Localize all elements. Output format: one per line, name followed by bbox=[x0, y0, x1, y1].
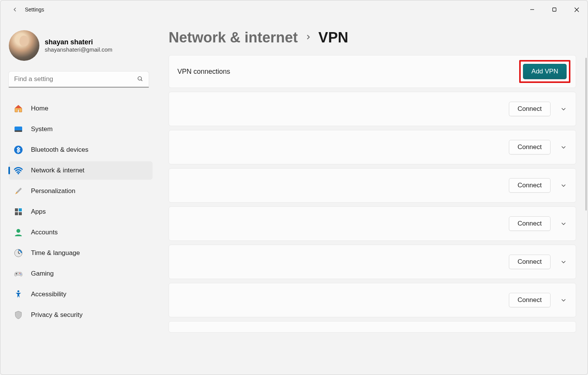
wifi-icon bbox=[13, 166, 23, 175]
svg-point-19 bbox=[20, 274, 21, 274]
search-wrap bbox=[9, 71, 149, 88]
svg-rect-11 bbox=[19, 208, 22, 211]
svg-point-9 bbox=[18, 173, 19, 174]
sidebar-item-gaming[interactable]: Gaming bbox=[9, 265, 153, 283]
system-icon bbox=[13, 124, 23, 134]
clock-globe-icon bbox=[13, 248, 23, 258]
chevron-down-icon bbox=[560, 221, 567, 227]
sidebar-item-network[interactable]: Network & internet bbox=[9, 161, 153, 180]
sidebar-item-label: Gaming bbox=[31, 270, 54, 278]
apps-icon bbox=[13, 207, 23, 217]
breadcrumb-current: VPN bbox=[318, 29, 348, 46]
svg-point-14 bbox=[16, 229, 20, 233]
close-button[interactable] bbox=[565, 0, 588, 19]
sidebar-item-home[interactable]: Home bbox=[9, 99, 153, 118]
connect-button[interactable]: Connect bbox=[509, 216, 551, 231]
sidebar-item-label: Network & internet bbox=[31, 167, 84, 174]
sidebar-item-label: Bluetooth & devices bbox=[31, 146, 88, 154]
sidebar-item-label: Accounts bbox=[31, 229, 58, 236]
sidebar-item-label: Time & language bbox=[31, 249, 80, 257]
close-icon bbox=[574, 7, 579, 12]
sidebar-item-time[interactable]: Time & language bbox=[9, 244, 153, 262]
minimize-icon bbox=[530, 7, 534, 12]
vpn-row[interactable]: Connect bbox=[169, 130, 576, 164]
svg-rect-10 bbox=[15, 208, 18, 211]
search-icon bbox=[137, 76, 143, 84]
back-arrow-icon bbox=[11, 6, 18, 13]
expand-chevron[interactable] bbox=[560, 259, 567, 265]
chevron-down-icon bbox=[560, 259, 567, 265]
person-icon bbox=[13, 227, 23, 237]
titlebar: Settings bbox=[0, 0, 588, 19]
svg-point-18 bbox=[19, 273, 20, 274]
vpn-row[interactable]: Connect bbox=[169, 92, 576, 126]
breadcrumb-parent[interactable]: Network & internet bbox=[169, 29, 298, 46]
sidebar-item-apps[interactable]: Apps bbox=[9, 203, 153, 221]
svg-rect-7 bbox=[15, 130, 22, 132]
svg-rect-12 bbox=[15, 212, 18, 215]
profile-block[interactable]: shayan shateri shayanshateri@gmail.com bbox=[9, 30, 153, 61]
sidebar-nav: Home System Bluetooth & devices bbox=[9, 98, 153, 325]
chevron-down-icon bbox=[560, 144, 567, 150]
profile-text: shayan shateri shayanshateri@gmail.com bbox=[45, 38, 112, 53]
sidebar-item-label: Privacy & security bbox=[31, 311, 83, 319]
sidebar-item-accounts[interactable]: Accounts bbox=[9, 223, 153, 242]
maximize-button[interactable] bbox=[543, 0, 565, 19]
connect-button[interactable]: Connect bbox=[509, 293, 551, 307]
accessibility-icon bbox=[13, 289, 23, 299]
vpn-row[interactable]: Connect bbox=[169, 206, 576, 241]
window-body: shayan shateri shayanshateri@gmail.com H… bbox=[0, 19, 588, 375]
vpn-row[interactable]: Connect bbox=[169, 168, 576, 203]
scrollbar[interactable] bbox=[585, 58, 587, 211]
svg-point-4 bbox=[138, 76, 141, 80]
minimize-button[interactable] bbox=[521, 0, 543, 19]
add-vpn-button[interactable]: Add VPN bbox=[523, 64, 567, 79]
expand-chevron[interactable] bbox=[560, 182, 567, 188]
sidebar-item-label: System bbox=[31, 125, 53, 133]
expand-chevron[interactable] bbox=[560, 221, 567, 227]
sidebar-item-privacy[interactable]: Privacy & security bbox=[9, 306, 153, 324]
search-input[interactable] bbox=[9, 71, 149, 88]
svg-line-5 bbox=[141, 80, 142, 81]
gamepad-icon bbox=[13, 269, 23, 279]
connect-button[interactable]: Connect bbox=[509, 178, 551, 193]
connect-button[interactable]: Connect bbox=[509, 255, 551, 269]
sidebar-item-label: Personalization bbox=[31, 187, 75, 195]
sidebar-item-label: Home bbox=[31, 105, 48, 112]
chevron-down-icon bbox=[560, 297, 567, 303]
expand-chevron[interactable] bbox=[560, 106, 567, 112]
svg-point-22 bbox=[18, 291, 19, 292]
vpn-row[interactable]: Connect bbox=[169, 283, 576, 317]
vpn-connections-title: VPN connections bbox=[177, 68, 230, 76]
bluetooth-icon bbox=[13, 145, 23, 155]
sidebar-item-label: Accessibility bbox=[31, 291, 67, 298]
sidebar-item-personalization[interactable]: Personalization bbox=[9, 182, 153, 200]
shield-icon bbox=[13, 310, 23, 320]
connect-button[interactable]: Connect bbox=[509, 102, 551, 116]
chevron-down-icon bbox=[560, 106, 567, 112]
chevron-right-icon bbox=[305, 34, 312, 42]
expand-chevron[interactable] bbox=[560, 144, 567, 150]
svg-rect-1 bbox=[553, 8, 556, 11]
expand-chevron[interactable] bbox=[560, 297, 567, 303]
vpn-connections-card: VPN connections Add VPN bbox=[169, 55, 576, 88]
avatar bbox=[9, 30, 39, 61]
window-controls bbox=[521, 0, 588, 19]
sidebar-item-bluetooth[interactable]: Bluetooth & devices bbox=[9, 141, 153, 159]
chevron-down-icon bbox=[560, 182, 567, 188]
profile-email: shayanshateri@gmail.com bbox=[45, 46, 112, 53]
vpn-row[interactable] bbox=[169, 321, 576, 333]
brush-icon bbox=[13, 186, 23, 196]
sidebar-item-system[interactable]: System bbox=[9, 120, 153, 138]
highlight-annotation: Add VPN bbox=[519, 60, 570, 83]
sidebar-item-label: Apps bbox=[31, 208, 46, 216]
connect-button[interactable]: Connect bbox=[509, 140, 551, 154]
window-title: Settings bbox=[25, 6, 44, 13]
home-icon bbox=[13, 104, 23, 114]
vpn-row[interactable]: Connect bbox=[169, 245, 576, 279]
sidebar-item-accessibility[interactable]: Accessibility bbox=[9, 285, 153, 304]
back-button[interactable] bbox=[7, 2, 23, 17]
breadcrumb: Network & internet VPN bbox=[169, 29, 576, 46]
maximize-icon bbox=[552, 7, 557, 12]
settings-window: Settings shayan shateri shayanshateri@gm… bbox=[0, 0, 588, 375]
